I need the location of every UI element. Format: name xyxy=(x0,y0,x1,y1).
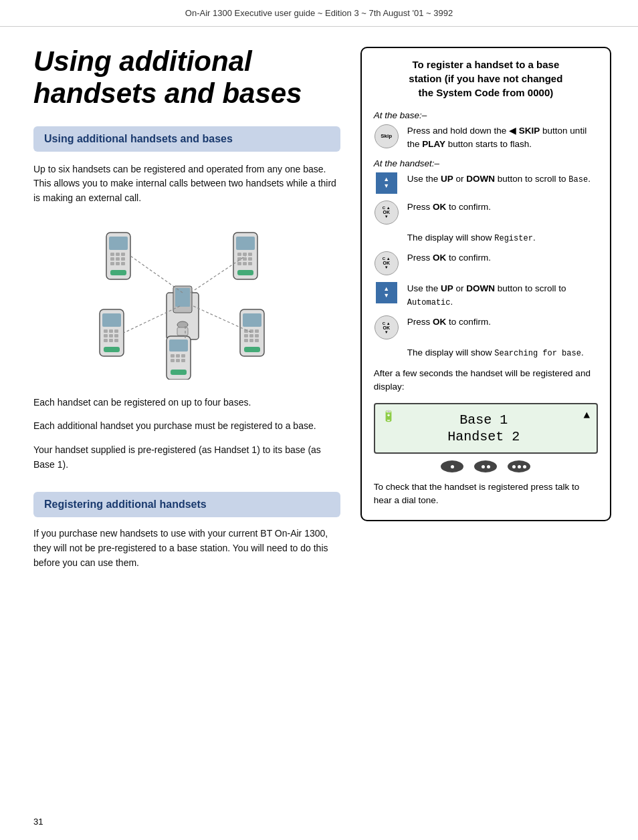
svg-rect-30 xyxy=(102,313,121,327)
svg-rect-45 xyxy=(255,329,259,333)
svg-rect-21 xyxy=(248,253,252,256)
section1-title: Using additional handsets and bases xyxy=(44,133,330,145)
check-registered-text: To check that the handset is registered … xyxy=(374,480,598,508)
display-line1: Base 1 xyxy=(385,412,583,428)
updown-text-1: Use the UP or DOWN button to scroll to B… xyxy=(407,172,598,186)
display-searching-text: The display will show Searching for base… xyxy=(407,346,598,360)
svg-rect-28 xyxy=(237,270,253,275)
section1-body3: Each additional handset you purchase mus… xyxy=(33,419,340,434)
ok-text-2: Press OK to confirm. xyxy=(407,251,598,265)
svg-rect-50 xyxy=(249,339,253,342)
skip-instruction-row: Skip Press and hold down the ◀ SKIP butt… xyxy=(374,124,598,152)
svg-rect-39 xyxy=(114,339,118,342)
svg-rect-49 xyxy=(244,339,248,342)
svg-rect-44 xyxy=(249,329,253,333)
ok-button-icon-2: C ▲ OK ▼ xyxy=(375,251,399,275)
skip-icon: Skip xyxy=(374,124,399,148)
at-base-label: At the base:– xyxy=(374,110,598,120)
svg-rect-20 xyxy=(243,253,247,256)
ok-icon-2: C ▲ OK ▼ xyxy=(374,251,399,275)
updown-button-icon-1: ▲ ▼ xyxy=(376,172,397,194)
svg-rect-47 xyxy=(249,334,253,337)
svg-rect-51 xyxy=(255,339,259,342)
svg-rect-4 xyxy=(177,327,188,335)
svg-rect-55 xyxy=(171,354,175,358)
ok-text-1: Press OK to confirm. xyxy=(407,200,598,214)
svg-rect-8 xyxy=(116,253,120,256)
ok-icon-1: C ▲ OK ▼ xyxy=(374,200,399,225)
svg-rect-35 xyxy=(109,334,113,337)
svg-rect-42 xyxy=(243,313,261,327)
display-register-text: The display will show Register. xyxy=(407,231,598,245)
section2-title: Registering additional handsets xyxy=(44,499,330,511)
svg-rect-9 xyxy=(121,253,125,256)
svg-rect-32 xyxy=(109,329,113,333)
skip-button-icon: Skip xyxy=(375,124,399,148)
svg-rect-40 xyxy=(104,347,120,352)
svg-rect-26 xyxy=(243,262,247,265)
svg-rect-24 xyxy=(248,257,252,261)
svg-line-62 xyxy=(130,256,183,293)
softkey-3 xyxy=(508,460,530,472)
updown-text-2: Use the UP or DOWN button to scroll to A… xyxy=(407,282,598,309)
svg-rect-12 xyxy=(121,257,125,261)
section1-header: Using additional handsets and bases xyxy=(33,126,340,152)
handset-display: 🔋 ▲ Base 1 Handset 2 xyxy=(374,403,598,454)
ok-instruction-row-1: C ▲ OK ▼ Press OK to confirm. xyxy=(374,200,598,225)
svg-rect-25 xyxy=(237,262,241,265)
svg-rect-48 xyxy=(255,334,259,337)
box-title: To register a handset to a base station … xyxy=(374,57,598,100)
svg-rect-56 xyxy=(176,354,180,358)
svg-rect-15 xyxy=(121,262,125,265)
page-number: 31 xyxy=(33,817,43,827)
svg-rect-27 xyxy=(248,262,252,265)
section1-body2: Each handset can be registered on up to … xyxy=(33,396,340,410)
skip-instruction-text: Press and hold down the ◀ SKIP button un… xyxy=(407,124,598,152)
skip-bold: SKIP xyxy=(519,126,540,136)
updown-instruction-row-1: ▲ ▼ Use the UP or DOWN button to scroll … xyxy=(374,172,598,194)
svg-rect-52 xyxy=(244,347,260,352)
ok-button-icon-3: C ▲ OK ▼ xyxy=(375,315,399,339)
svg-rect-2 xyxy=(175,288,190,307)
section2-header: Registering additional handsets xyxy=(33,492,340,517)
play-bold: PLAY xyxy=(422,139,445,149)
svg-rect-10 xyxy=(110,257,114,261)
updown-icon-1: ▲ ▼ xyxy=(374,172,399,194)
svg-rect-6 xyxy=(109,237,128,250)
updown-button-icon-2: ▲ ▼ xyxy=(376,282,397,303)
svg-rect-16 xyxy=(110,270,126,275)
section1-body4: Your handset supplied is pre-registered … xyxy=(33,443,340,472)
softkey-1 xyxy=(441,460,463,472)
softkey-2 xyxy=(474,460,497,472)
signal-icon: ▲ xyxy=(583,410,590,422)
page-header: On-Air 1300 Executive user guide ~ Editi… xyxy=(0,0,638,27)
after-register-text: After a few seconds the handset will be … xyxy=(374,367,598,394)
svg-rect-60 xyxy=(181,359,185,362)
svg-rect-58 xyxy=(171,359,175,362)
page-title: Using additional handsets and bases xyxy=(33,45,340,110)
ok-instruction-row-3: C ▲ OK ▼ Press OK to confirm. xyxy=(374,315,598,339)
updown-icon-2: ▲ ▼ xyxy=(374,282,399,303)
battery-icon: 🔋 xyxy=(382,410,395,423)
handset-diagram xyxy=(33,219,340,380)
svg-rect-54 xyxy=(169,339,188,352)
ok-button-icon-1: C ▲ OK ▼ xyxy=(375,200,399,225)
at-handset-label: At the handset:– xyxy=(374,158,598,168)
svg-rect-38 xyxy=(109,339,113,342)
svg-rect-19 xyxy=(237,253,241,256)
svg-rect-31 xyxy=(104,329,108,333)
svg-rect-14 xyxy=(116,262,120,265)
left-column: Using additional handsets and bases Usin… xyxy=(33,40,340,579)
svg-rect-34 xyxy=(104,334,108,337)
svg-rect-13 xyxy=(110,262,114,265)
section1-body1: Up to six handsets can be registered and… xyxy=(33,162,340,206)
ok-text-3: Press OK to confirm. xyxy=(407,315,598,329)
svg-rect-11 xyxy=(116,257,120,261)
svg-rect-18 xyxy=(236,237,255,250)
display-line2: Handset 2 xyxy=(385,429,583,444)
svg-rect-59 xyxy=(176,359,180,362)
svg-rect-33 xyxy=(114,329,118,333)
svg-rect-7 xyxy=(110,253,114,256)
softkey-row xyxy=(374,460,598,472)
handset-svg xyxy=(86,219,287,380)
